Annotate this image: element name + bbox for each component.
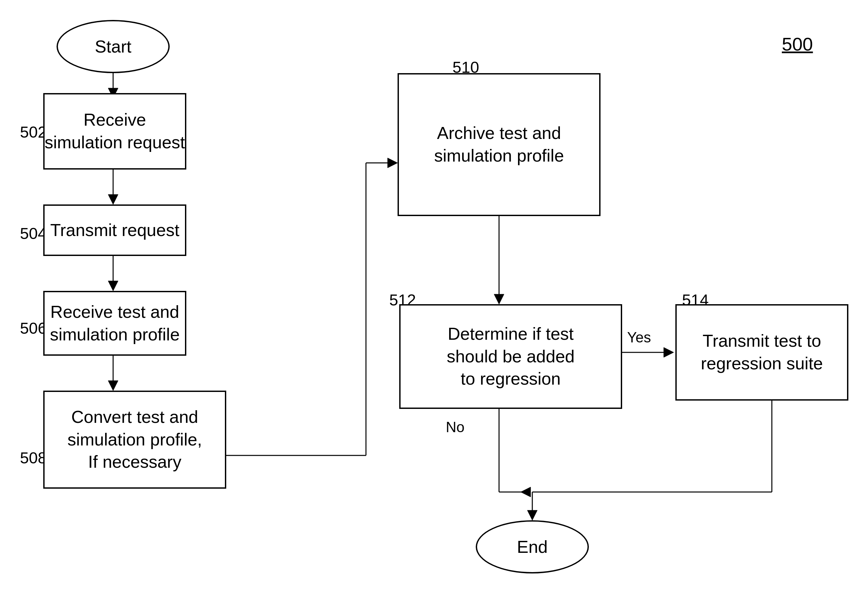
svg-marker-18 xyxy=(521,487,531,497)
end-node: End xyxy=(476,520,589,574)
svg-marker-5 xyxy=(108,281,118,291)
flowchart: Start 502 Receive simulation request 504… xyxy=(0,0,863,616)
label-506: 506 xyxy=(20,319,47,338)
box-508: Convert test and simulation profile, If … xyxy=(43,391,226,489)
svg-marker-22 xyxy=(527,510,537,520)
box-506: Receive test and simulation profile xyxy=(43,291,186,356)
svg-marker-15 xyxy=(664,347,674,357)
yes-label: Yes xyxy=(627,329,651,346)
box-504: Transmit request xyxy=(43,204,186,256)
end-label: End xyxy=(517,537,548,557)
box-502: Receive simulation request xyxy=(43,93,186,170)
box-510: Archive test and simulation profile xyxy=(398,73,600,216)
box-514: Transmit test to regression suite xyxy=(676,304,848,401)
diagram-number: 500 xyxy=(782,33,813,55)
label-502: 502 xyxy=(20,123,47,141)
label-508: 508 xyxy=(20,449,47,467)
start-node: Start xyxy=(57,20,170,73)
start-label: Start xyxy=(95,36,131,57)
box-512: Determine if test should be added to reg… xyxy=(399,304,622,409)
label-504: 504 xyxy=(20,225,47,243)
svg-marker-13 xyxy=(494,294,504,304)
no-label: No xyxy=(446,419,465,435)
svg-marker-11 xyxy=(387,158,398,168)
svg-marker-7 xyxy=(108,380,118,391)
svg-marker-3 xyxy=(108,195,118,204)
